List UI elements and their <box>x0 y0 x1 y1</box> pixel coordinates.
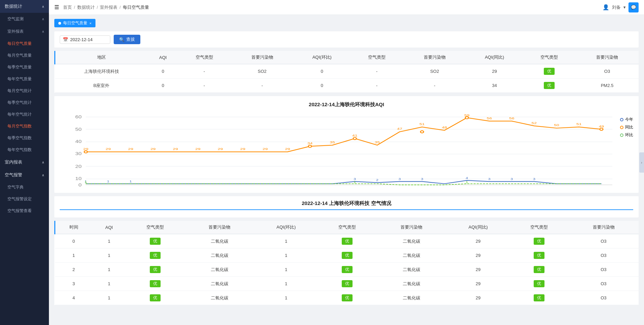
svg-text:56: 56 <box>509 116 514 120</box>
breadcrumb-home[interactable]: 首页 <box>63 4 72 10</box>
svg-text:2: 2 <box>376 178 379 182</box>
sidebar-item-daily-air[interactable]: 每日空气质量 <box>0 38 49 50</box>
det-col-aqi: AQI <box>92 221 125 234</box>
tab-close-btn[interactable]: × <box>89 21 91 25</box>
table-row: 01优二氧化碳1优二氧化碳29优O3 <box>55 234 639 248</box>
svg-text:52: 52 <box>532 121 537 125</box>
svg-text:29: 29 <box>150 147 156 151</box>
sidebar-item-seasonal-air[interactable]: 每季空气质量 <box>0 61 49 73</box>
sidebar-item-yearly-index[interactable]: 每年空气指数 <box>0 144 49 156</box>
svg-text:35: 35 <box>330 140 335 144</box>
sidebar-item-yearly-stats[interactable]: 每年空气统计 <box>0 109 49 120</box>
main-content: ☰ 首页 / 数据统计 / 室外报表 / 每日空气质量 👤 刘备 ▾ 💬 每日空… <box>49 0 644 325</box>
chart-title: 2022-12-14上海轶伦环境科技AQI <box>60 101 633 108</box>
sidebar-item-air-monitor[interactable]: 空气监测 ∧ <box>0 13 49 25</box>
legend-mom: 环比 <box>620 132 633 138</box>
detail-table: 时间 AQI 空气类型 首要污染物 AQI(环比) 空气类型 首要污染物 AQI… <box>54 221 639 305</box>
svg-text:3: 3 <box>510 177 513 181</box>
summary-table-section: 地区 AQI 空气类型 首要污染物 AQI(环比) 空气类型 首要污染物 AQI… <box>54 51 639 93</box>
detail-table-section: 时间 AQI 空气类型 首要污染物 AQI(环比) 空气类型 首要污染物 AQI… <box>54 221 639 305</box>
det-col-aqi-yoy: AQI(同比) <box>447 221 510 234</box>
menu-icon[interactable]: ☰ <box>54 4 59 10</box>
svg-text:51: 51 <box>577 122 582 126</box>
aqi-line-chart: 60 50 40 30 20 10 0 0 1 2 3 4 5 6 <box>60 113 633 187</box>
tab-bar: 每日空气质量 × <box>54 19 639 27</box>
breadcrumb-data-stats[interactable]: 数据统计 <box>77 4 95 10</box>
air-quality-section: 2022-12-14 上海轶伦环境科技 空气情况 <box>54 196 639 217</box>
sidebar-item-monthly-stats[interactable]: 每月空气统计 <box>0 85 49 97</box>
table-row: B座室外 0 - - 0 - - 34 优 PM2.5 <box>55 79 639 93</box>
col-air-type: 空气类型 <box>178 51 231 64</box>
sidebar-item-monthly-index[interactable]: 每月空气指数 <box>0 120 49 132</box>
svg-text:13: 13 <box>374 187 380 187</box>
svg-text:29: 29 <box>285 147 290 151</box>
breadcrumb-outdoor[interactable]: 室外报表 <box>100 4 117 10</box>
chat-icon[interactable]: 💬 <box>628 2 639 12</box>
det-col-time: 时间 <box>55 221 93 234</box>
sidebar-item-seasonal-stats[interactable]: 每季空气统计 <box>0 97 49 109</box>
date-picker-wrap[interactable]: 📅 <box>60 35 110 44</box>
user-area: 👤 刘备 ▾ 💬 <box>603 2 639 12</box>
chevron-icon: ∧ <box>42 160 44 164</box>
svg-text:40: 40 <box>75 139 82 144</box>
search-icon: 🔍 <box>119 37 124 42</box>
svg-text:3: 3 <box>398 177 401 181</box>
det-col-air-type2: 空气类型 <box>318 221 376 234</box>
date-input[interactable] <box>70 37 107 42</box>
sidebar-item-alarm-setting[interactable]: 空气报警设定 <box>0 193 49 205</box>
svg-text:29: 29 <box>262 147 268 151</box>
tab-daily-air[interactable]: 每日空气质量 × <box>54 19 95 27</box>
sidebar-section-alarm[interactable]: 空气报警 ∧ <box>0 169 49 181</box>
det-col-pollutant: 首要污染物 <box>185 221 255 234</box>
svg-text:3: 3 <box>533 177 535 181</box>
svg-text:59: 59 <box>464 113 470 117</box>
svg-text:20: 20 <box>531 187 537 187</box>
content-area: 每日空气质量 × 📅 🔍 查拔 地区 AQI 空气类型 <box>49 15 644 325</box>
sidebar-item-outdoor-report[interactable]: 室外报表 ∧ <box>0 25 49 38</box>
svg-point-41 <box>420 131 423 133</box>
search-label: 查拔 <box>126 36 135 42</box>
svg-text:17: 17 <box>464 187 470 187</box>
air-quality-title: 2022-12-14 上海轶伦环境科技 空气情况 <box>60 200 633 210</box>
svg-text:1: 1 <box>85 180 87 184</box>
summary-table: 地区 AQI 空气类型 首要污染物 AQI(环比) 空气类型 首要污染物 AQI… <box>54 51 639 93</box>
sidebar-item-alarm-view[interactable]: 空气报警查看 <box>0 205 49 217</box>
sidebar-item-yearly-air[interactable]: 每年空气质量 <box>0 73 49 85</box>
search-button[interactable]: 🔍 查拔 <box>114 35 140 44</box>
table-row: 11优二氧化碳1优二氧化碳29优O3 <box>55 248 639 263</box>
sidebar-item-seasonal-index[interactable]: 每季空气指数 <box>0 132 49 144</box>
svg-text:3: 3 <box>151 187 155 187</box>
legend-yoy: 同比 <box>620 124 633 130</box>
svg-text:56: 56 <box>487 116 492 120</box>
sidebar-section-data-stats[interactable]: 数据统计 ∧ <box>0 0 49 13</box>
scroll-indicator[interactable]: › <box>639 152 644 173</box>
svg-text:47: 47 <box>397 127 402 130</box>
sidebar-item-monthly-air[interactable]: 每月空气质量 <box>0 50 49 61</box>
tab-dot <box>58 22 61 25</box>
svg-point-43 <box>600 128 603 130</box>
sidebar-item-air-dict[interactable]: 空气字典 <box>0 181 49 193</box>
legend-today: 今年 <box>620 117 633 122</box>
dropdown-icon[interactable]: ▾ <box>623 5 626 10</box>
sidebar: 数据统计 ∧ 空气监测 ∧ 室外报表 ∧ 每日空气质量 每月空气质量 每季空气质… <box>0 0 49 325</box>
svg-text:50: 50 <box>75 127 82 131</box>
filter-bar: 📅 🔍 查拔 <box>54 31 639 48</box>
sidebar-section-indoor[interactable]: 室内报表 ∧ <box>0 156 49 169</box>
svg-text:49: 49 <box>599 124 604 128</box>
svg-text:29: 29 <box>173 147 178 151</box>
svg-text:1: 1 <box>466 180 468 184</box>
svg-text:22: 22 <box>576 187 582 187</box>
table-row: 41优二氧化碳1优二氧化碳29优O3 <box>55 291 639 305</box>
svg-text:3: 3 <box>421 177 423 181</box>
svg-text:1: 1 <box>354 180 356 184</box>
table-row: 21优二氧化碳1优二氧化碳29优O3 <box>55 263 639 277</box>
col-pollutant: 首要污染物 <box>231 51 294 64</box>
det-col-pollutant2: 首要污染物 <box>376 221 447 234</box>
svg-text:19: 19 <box>509 187 514 187</box>
chart-container: 60 50 40 30 20 10 0 0 1 2 3 4 5 6 <box>60 113 633 187</box>
svg-text:29: 29 <box>218 147 223 151</box>
col-aqi-mom: AQI(环比) <box>293 51 350 64</box>
sidebar-section-label: 数据统计 <box>5 3 22 9</box>
col-aqi-yoy: AQI(同比) <box>466 51 523 64</box>
tab-label: 每日空气质量 <box>63 20 87 26</box>
